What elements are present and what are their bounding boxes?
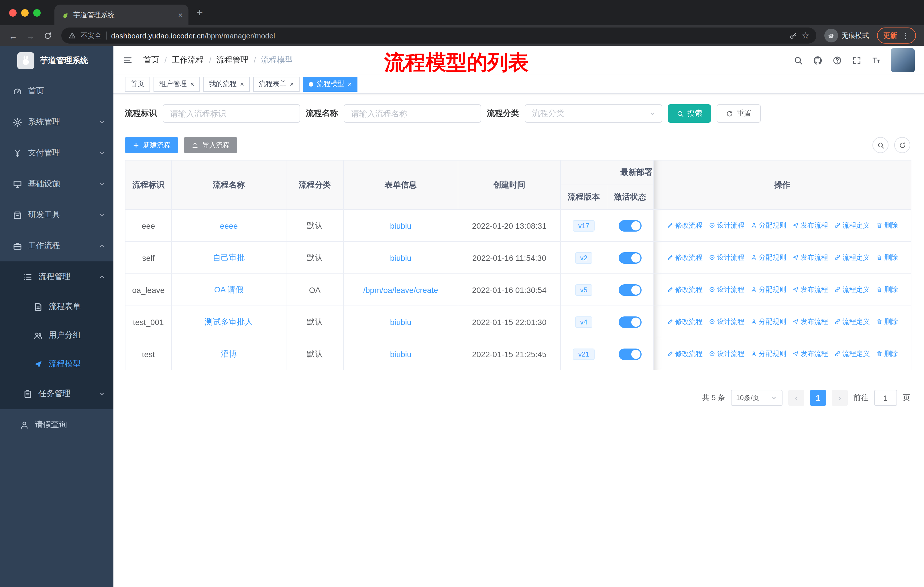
action-definition-link[interactable]: 流程定义 xyxy=(834,317,870,327)
sidebar-item-user-group[interactable]: 用户分组 xyxy=(0,321,114,350)
form-info-link[interactable]: biubiu xyxy=(390,317,412,326)
sidebar-item-workflow[interactable]: 工作流程 xyxy=(0,230,114,261)
reload-button[interactable] xyxy=(43,31,52,40)
help-icon[interactable] xyxy=(832,55,842,65)
form-info-link[interactable]: biubiu xyxy=(390,221,412,230)
window-minimize-button[interactable] xyxy=(21,9,29,17)
action-definition-link[interactable]: 流程定义 xyxy=(834,221,870,230)
bookmark-star-icon[interactable]: ☆ xyxy=(802,30,809,41)
process-name-link[interactable]: 测试多审批人 xyxy=(205,317,253,326)
tag-tenant-management[interactable]: 租户管理 × xyxy=(153,76,200,91)
action-assign-link[interactable]: 分配规则 xyxy=(750,253,786,263)
action-definition-link[interactable]: 流程定义 xyxy=(834,253,870,263)
process-category-select[interactable]: 流程分类 xyxy=(525,104,662,123)
process-name-link[interactable]: 滔博 xyxy=(221,349,237,358)
reset-button[interactable]: 重置 xyxy=(717,104,761,123)
font-size-icon[interactable] xyxy=(871,55,881,65)
active-toggle[interactable] xyxy=(619,348,642,360)
forward-button[interactable]: → xyxy=(23,31,38,40)
action-design-link[interactable]: 设计流程 xyxy=(708,317,744,327)
tag-close-icon[interactable]: × xyxy=(348,80,352,88)
address-bar[interactable]: 不安全 dashboard.yudao.iocoder.cn/bpm/manag… xyxy=(61,28,816,43)
sidebar-item-system-management[interactable]: 系统管理 xyxy=(0,107,114,137)
process-name-input[interactable] xyxy=(344,104,481,123)
goto-page-input[interactable] xyxy=(874,390,897,406)
action-design-link[interactable]: 设计流程 xyxy=(708,285,744,294)
action-delete-link[interactable]: 删除 xyxy=(876,349,898,359)
action-publish-link[interactable]: 发布流程 xyxy=(792,285,828,294)
action-assign-link[interactable]: 分配规则 xyxy=(750,349,786,359)
sidebar-item-home[interactable]: 首页 xyxy=(0,76,114,107)
sidebar-item-leave-query[interactable]: 请假查询 xyxy=(0,409,114,440)
action-assign-link[interactable]: 分配规则 xyxy=(750,317,786,327)
import-process-button[interactable]: 导入流程 xyxy=(184,137,237,153)
tag-home[interactable]: 首页 xyxy=(125,76,150,91)
action-publish-link[interactable]: 发布流程 xyxy=(792,253,828,263)
process-name-link[interactable]: eeee xyxy=(220,221,238,230)
sidebar-item-task-management[interactable]: 任务管理 xyxy=(0,378,114,409)
back-button[interactable]: ← xyxy=(6,31,21,40)
refresh-table-button[interactable] xyxy=(894,137,910,153)
tag-process-form[interactable]: 流程表单 × xyxy=(253,76,300,91)
process-name-link[interactable]: 自己审批 xyxy=(213,253,245,262)
action-delete-link[interactable]: 删除 xyxy=(876,221,898,230)
tag-process-model[interactable]: 流程模型 × xyxy=(303,76,358,91)
create-process-button[interactable]: 新建流程 xyxy=(125,137,178,153)
browser-tab[interactable]: 芋道管理系统 × xyxy=(54,5,188,25)
action-publish-link[interactable]: 发布流程 xyxy=(792,317,828,327)
window-close-button[interactable] xyxy=(9,9,16,17)
process-key-input[interactable] xyxy=(163,104,300,123)
action-definition-link[interactable]: 流程定义 xyxy=(834,285,870,294)
active-toggle[interactable] xyxy=(619,284,642,296)
window-maximize-button[interactable] xyxy=(33,9,41,17)
tag-close-icon[interactable]: × xyxy=(240,80,244,88)
sidebar-item-process-model[interactable]: 流程模型 xyxy=(0,350,114,378)
tag-close-icon[interactable]: × xyxy=(190,80,194,88)
password-key-icon[interactable] xyxy=(789,31,797,40)
tab-close-icon[interactable]: × xyxy=(178,10,183,20)
page-size-select[interactable]: 10条/页 xyxy=(731,390,782,406)
action-definition-link[interactable]: 流程定义 xyxy=(834,349,870,359)
action-edit-link[interactable]: 修改流程 xyxy=(667,285,703,294)
action-edit-link[interactable]: 修改流程 xyxy=(667,221,703,230)
action-delete-link[interactable]: 删除 xyxy=(876,253,898,263)
form-info-link[interactable]: biubiu xyxy=(390,349,412,359)
action-edit-link[interactable]: 修改流程 xyxy=(667,253,703,263)
sidebar-item-process-management[interactable]: 流程管理 xyxy=(0,261,114,293)
form-info-link[interactable]: /bpm/oa/leave/create xyxy=(363,285,438,294)
action-assign-link[interactable]: 分配规则 xyxy=(750,221,786,230)
sidebar-item-dev-tools[interactable]: 研发工具 xyxy=(0,200,114,230)
action-design-link[interactable]: 设计流程 xyxy=(708,253,744,263)
toggle-search-button[interactable] xyxy=(873,137,888,153)
search-button[interactable]: 搜索 xyxy=(668,104,711,123)
new-tab-button[interactable]: + xyxy=(196,6,203,19)
active-toggle[interactable] xyxy=(619,316,642,327)
action-design-link[interactable]: 设计流程 xyxy=(708,221,744,230)
action-publish-link[interactable]: 发布流程 xyxy=(792,349,828,359)
sidebar-item-process-form[interactable]: 流程表单 xyxy=(0,293,114,321)
action-delete-link[interactable]: 删除 xyxy=(876,317,898,327)
sidebar-collapse-icon[interactable] xyxy=(122,55,133,65)
next-page-button[interactable]: › xyxy=(832,390,848,406)
github-icon[interactable] xyxy=(813,55,823,65)
page-number-button[interactable]: 1 xyxy=(810,390,826,406)
form-info-link[interactable]: biubiu xyxy=(390,253,412,262)
prev-page-button[interactable]: ‹ xyxy=(788,390,804,406)
active-toggle[interactable] xyxy=(619,252,642,263)
search-icon[interactable] xyxy=(794,55,803,65)
fullscreen-icon[interactable] xyxy=(852,55,861,65)
process-name-link[interactable]: OA 请假 xyxy=(214,284,244,294)
action-delete-link[interactable]: 删除 xyxy=(876,285,898,294)
action-publish-link[interactable]: 发布流程 xyxy=(792,221,828,230)
action-edit-link[interactable]: 修改流程 xyxy=(667,317,703,327)
action-design-link[interactable]: 设计流程 xyxy=(708,349,744,359)
tag-close-icon[interactable]: × xyxy=(290,80,294,88)
active-toggle[interactable] xyxy=(619,220,642,231)
breadcrumb-item[interactable]: 首页 xyxy=(143,55,159,65)
sidebar-item-infrastructure[interactable]: 基础设施 xyxy=(0,169,114,200)
action-edit-link[interactable]: 修改流程 xyxy=(667,349,703,359)
action-assign-link[interactable]: 分配规则 xyxy=(750,285,786,294)
kebab-menu-icon[interactable]: ⋮ xyxy=(902,31,910,40)
tag-my-process[interactable]: 我的流程 × xyxy=(203,76,250,91)
browser-menu-button[interactable]: 更新 ⋮ xyxy=(877,28,916,43)
